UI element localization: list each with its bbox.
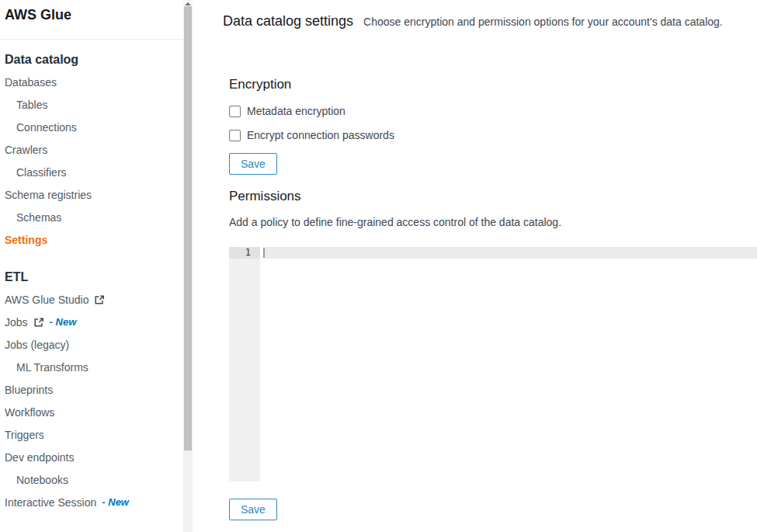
app-title: AWS Glue xyxy=(5,7,71,23)
sidebar-item-workflows[interactable]: Workflows xyxy=(0,401,183,423)
encrypt-connection-passwords-checkbox[interactable] xyxy=(229,130,241,141)
sidebar-item-tables[interactable]: Tables xyxy=(0,93,183,116)
sidebar-section-data-catalog: Data catalog xyxy=(0,48,183,71)
page-description: Choose encryption and permission options… xyxy=(363,16,723,28)
encryption-save-button[interactable]: Save xyxy=(229,153,277,175)
editor-line-number: 1 xyxy=(229,247,260,259)
sidebar-item-databases[interactable]: Databases xyxy=(0,71,183,93)
scrollbar-thumb[interactable] xyxy=(184,6,192,450)
metadata-encryption-checkbox[interactable] xyxy=(229,106,241,117)
sidebar-item-label: Interactive Session xyxy=(5,496,96,509)
editor-active-line xyxy=(263,247,757,259)
external-link-icon xyxy=(33,317,44,328)
sidebar-item-crawlers[interactable]: Crawlers xyxy=(0,138,183,161)
permissions-save-button[interactable]: Save xyxy=(229,499,277,520)
editor-gutter: 1 xyxy=(229,247,260,482)
sidebar: AWS Glue Data catalog Databases Tables C… xyxy=(0,0,183,532)
sidebar-section-etl: ETL xyxy=(0,266,183,288)
encryption-section-heading: Encryption xyxy=(229,77,291,92)
checkbox-label: Metadata encryption xyxy=(247,105,346,117)
sidebar-item-settings[interactable]: Settings xyxy=(0,228,183,251)
new-badge: - New xyxy=(102,496,129,508)
sidebar-item-label: Jobs xyxy=(5,316,28,329)
sidebar-nav: Data catalog Databases Tables Connection… xyxy=(0,48,183,513)
sidebar-item-classifiers[interactable]: Classifiers xyxy=(0,161,183,183)
sidebar-item-schema-registries[interactable]: Schema registries xyxy=(0,183,183,206)
sidebar-item-interactive-session[interactable]: Interactive Session - New xyxy=(0,491,183,513)
sidebar-item-ml-transforms[interactable]: ML Transforms xyxy=(0,356,183,378)
encrypt-connection-passwords-checkbox-row[interactable]: Encrypt connection passwords xyxy=(229,129,394,141)
editor-cursor xyxy=(263,248,265,258)
page-header: Data catalog settings Choose encryption … xyxy=(223,13,723,30)
up-arrow-icon xyxy=(185,2,191,5)
page-title: Data catalog settings xyxy=(223,13,353,30)
permissions-section-heading: Permissions xyxy=(229,189,301,204)
sidebar-item-notebooks[interactable]: Notebooks xyxy=(0,468,183,491)
sidebar-item-jobs-legacy[interactable]: Jobs (legacy) xyxy=(0,333,183,356)
policy-editor[interactable]: 1 xyxy=(229,247,757,482)
scrollbar-up-arrow[interactable] xyxy=(183,0,193,6)
sidebar-item-label: AWS Glue Studio xyxy=(5,294,89,306)
sidebar-divider xyxy=(0,39,183,40)
new-badge: - New xyxy=(50,316,77,328)
permissions-description: Add a policy to define fine-grained acce… xyxy=(229,216,561,228)
sidebar-item-aws-glue-studio[interactable]: AWS Glue Studio xyxy=(0,288,183,311)
checkbox-label: Encrypt connection passwords xyxy=(247,129,394,141)
sidebar-scrollbar[interactable] xyxy=(183,0,193,532)
sidebar-item-connections[interactable]: Connections xyxy=(0,116,183,138)
sidebar-item-dev-endpoints[interactable]: Dev endpoints xyxy=(0,446,183,468)
sidebar-item-triggers[interactable]: Triggers xyxy=(0,423,183,446)
sidebar-item-jobs[interactable]: Jobs - New xyxy=(0,311,183,333)
metadata-encryption-checkbox-row[interactable]: Metadata encryption xyxy=(229,105,346,117)
sidebar-item-blueprints[interactable]: Blueprints xyxy=(0,378,183,401)
sidebar-item-schemas[interactable]: Schemas xyxy=(0,206,183,228)
main-content: Data catalog settings Choose encryption … xyxy=(193,0,757,532)
external-link-icon xyxy=(94,294,105,305)
